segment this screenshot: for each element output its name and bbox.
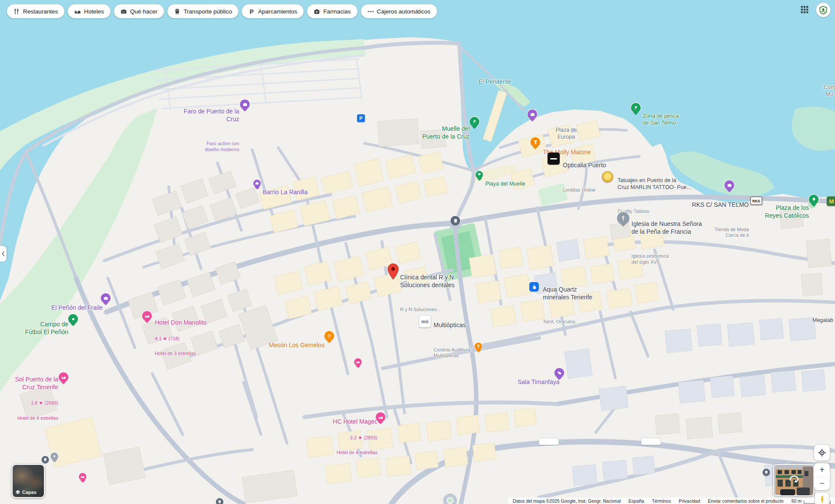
side-panel-collapse-button[interactable] xyxy=(0,246,7,262)
my-location-icon xyxy=(818,449,826,457)
map-pin[interactable] xyxy=(476,171,483,179)
poi-label[interactable]: Sala Timanfaya xyxy=(518,370,560,412)
poi-label[interactable]: Barrio La Ranilla xyxy=(263,180,308,222)
map-pin[interactable] xyxy=(142,311,152,321)
map-pin[interactable] xyxy=(101,293,110,303)
poi-label[interactable]: Iglesia de Nuestra Señora de la Peña de … xyxy=(631,212,702,274)
poi-label[interactable]: Com Mu xyxy=(824,76,835,124)
pin-icon xyxy=(557,371,562,375)
map-pin[interactable] xyxy=(451,216,460,225)
poi-label[interactable]: El Penitente xyxy=(478,70,511,112)
chip-icon xyxy=(13,8,20,15)
poi-title: Iglesia de Nuestra Señora de la Peña de … xyxy=(631,220,702,235)
chip-label: Qué hacer xyxy=(130,8,157,15)
poi-title: Aqua Quartz minerales Tenerife xyxy=(543,286,592,301)
filter-chip[interactable]: Farmacias xyxy=(307,4,357,18)
chip-icon xyxy=(74,8,81,15)
map-canvas[interactable] xyxy=(0,0,835,504)
pin-icon xyxy=(765,471,768,474)
selected-place-pin[interactable] xyxy=(387,263,399,280)
poi-label[interactable]: Sol Puerto de la Cruz Tenerife 3.8 ★ (26… xyxy=(10,367,58,430)
filter-chip[interactable]: Qué hacer xyxy=(114,4,164,18)
map-pin[interactable] xyxy=(470,117,479,126)
brand-logo[interactable] xyxy=(548,153,560,165)
account-avatar[interactable] xyxy=(816,3,831,17)
map-pin[interactable] xyxy=(324,331,334,341)
filter-chip[interactable]: Hoteles xyxy=(68,4,110,18)
zoom-in-button[interactable]: + xyxy=(814,463,830,477)
poi-label[interactable]: Megalab xyxy=(812,308,833,350)
avatar-emblem-icon xyxy=(819,5,828,15)
street-view-thumbnail[interactable] xyxy=(773,464,814,496)
map-pin[interactable] xyxy=(529,282,539,292)
map-pin[interactable] xyxy=(68,314,78,324)
google-apps-icon[interactable] xyxy=(799,5,810,15)
pin-icon xyxy=(727,183,732,188)
poi-label[interactable]: Faro de Puerto de la Cruz Faro activo co… xyxy=(173,99,239,162)
layers-button[interactable]: Capas xyxy=(12,464,45,498)
map-pin[interactable] xyxy=(240,99,250,109)
filter-chip[interactable]: Cajeros automáticos xyxy=(361,4,437,18)
poi-subtitle: Hotel de 4 estrellas xyxy=(324,450,377,456)
poi-title: Megalab xyxy=(812,317,833,324)
poi-rating: 3.2 ★ (2893) xyxy=(324,435,377,441)
map-pin[interactable] xyxy=(254,180,261,187)
pin-icon xyxy=(61,375,66,380)
poi-label[interactable]: Campo de Fútbol El Peñón xyxy=(24,312,68,362)
map-pin[interactable] xyxy=(809,195,818,204)
brand-logo-text: mó xyxy=(421,319,429,324)
map-pin[interactable] xyxy=(531,137,540,147)
chevron-left-icon xyxy=(1,251,5,256)
map-pin[interactable] xyxy=(216,498,224,504)
brand-logo[interactable]: P xyxy=(357,114,365,122)
pegman-button[interactable] xyxy=(815,493,829,504)
attribution-link[interactable]: Privacidad xyxy=(679,498,700,504)
attribution-link[interactable]: España xyxy=(628,498,644,504)
brand-logo[interactable]: mó xyxy=(419,315,431,328)
map-pin[interactable] xyxy=(763,469,770,476)
attribution-link[interactable]: Enviar comentarios sobre el producto xyxy=(708,498,784,504)
pin-icon xyxy=(477,345,481,348)
map-pin[interactable] xyxy=(354,358,362,366)
zoom-out-button[interactable]: − xyxy=(814,477,830,491)
poi-label[interactable]: Multiópticas Centros Auditivos Multiópti… xyxy=(434,313,471,368)
map-pin[interactable] xyxy=(79,473,87,481)
poi-label[interactable]: Intercambiador xyxy=(229,499,265,504)
brand-logo[interactable]: M xyxy=(827,196,835,206)
poi-label[interactable]: Aqua Quartz minerales Tenerife Tarot, Or… xyxy=(543,277,592,334)
poi-label[interactable]: Hotel Don Manolito 4.1 ★ (718) Hotel de … xyxy=(155,310,207,365)
map-pin[interactable] xyxy=(51,453,58,460)
map-pin[interactable] xyxy=(59,372,68,382)
filter-chip[interactable]: Restaurantes xyxy=(7,4,64,18)
brand-logo[interactable] xyxy=(602,171,613,182)
pin-icon xyxy=(243,102,247,107)
poi-label[interactable]: Zona de pesca de San Telmo xyxy=(643,104,679,153)
poi-rating: 4.1 ★ (718) xyxy=(155,336,207,342)
map-pin[interactable] xyxy=(475,343,482,350)
poi-subtitle: Centros Auditivos Multiópticas xyxy=(434,347,471,359)
poi-title: HC Hotel Magec xyxy=(324,418,377,426)
poi-title: Sol Puerto de la Cruz Tenerife xyxy=(10,376,58,391)
chip-icon xyxy=(314,8,320,15)
map-pin[interactable] xyxy=(554,368,564,378)
chip-label: Restaurantes xyxy=(23,8,58,15)
filter-chip[interactable]: Aparcamientos xyxy=(242,4,304,18)
attribution-link[interactable]: Términos xyxy=(652,498,671,504)
map-pin[interactable] xyxy=(725,180,734,190)
poi-label[interactable]: HC Hotel Magec 3.2 ★ (2893) Hotel de 4 e… xyxy=(324,409,377,464)
my-location-button[interactable] xyxy=(814,445,830,461)
map-pin[interactable] xyxy=(528,109,537,119)
poi-label[interactable]: Muelle del Puerto de la Cruz xyxy=(412,116,470,166)
map-pin[interactable] xyxy=(376,412,385,422)
poi-label[interactable]: Playa del Muelle xyxy=(485,172,525,214)
pin-icon xyxy=(43,458,47,462)
map-pin[interactable] xyxy=(631,103,641,113)
poi-title: Sala Timanfaya xyxy=(518,378,560,386)
brand-logo[interactable]: RKS xyxy=(751,197,762,205)
poi-label[interactable]: Plaza de los Reyes Católicos xyxy=(756,196,809,245)
map-pin[interactable] xyxy=(42,456,49,464)
map-pin[interactable] xyxy=(617,212,629,224)
filter-chip[interactable]: Transporte público xyxy=(167,4,238,18)
poi-label[interactable]: Mesón Los Gemelos xyxy=(269,333,324,375)
poi-title: Plaza de Europa xyxy=(553,127,579,140)
